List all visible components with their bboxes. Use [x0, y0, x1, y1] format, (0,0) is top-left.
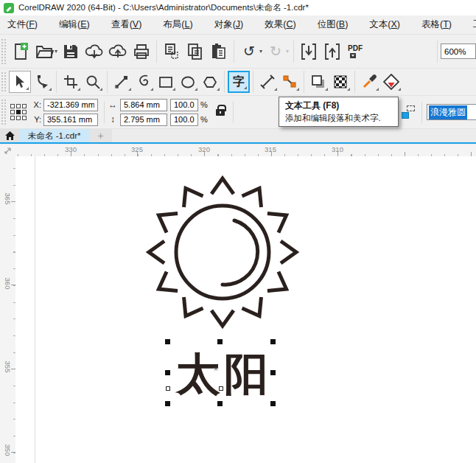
- selection-center-mark[interactable]: ×: [214, 365, 218, 373]
- menu-layout[interactable]: 布局(L): [163, 16, 192, 33]
- object-height-field[interactable]: [120, 114, 167, 126]
- ellipse-tool[interactable]: [177, 71, 199, 93]
- export-button[interactable]: [321, 39, 344, 64]
- plus-icon: +: [97, 130, 103, 142]
- crop-tool[interactable]: [60, 71, 82, 93]
- menu-edit[interactable]: 编辑(E): [59, 16, 90, 33]
- pick-tool[interactable]: [9, 71, 31, 93]
- toolbar-separator: [234, 41, 234, 63]
- glyph-node[interactable]: [219, 386, 223, 391]
- font-list-combo[interactable]: 浪漫雅圆: [427, 104, 476, 120]
- horizontal-ruler[interactable]: 330 325 320 315 310: [15, 145, 476, 156]
- connector-tool[interactable]: [279, 71, 301, 93]
- polygon-tool[interactable]: [199, 71, 221, 93]
- copy-button[interactable]: [183, 39, 207, 64]
- color-eyedropper-tool[interactable]: [358, 71, 380, 93]
- ruler-origin-corner[interactable]: [0, 145, 15, 156]
- freehand-tool[interactable]: [111, 71, 133, 93]
- tooltip-body: 添加和编辑段落和美术字.: [285, 113, 392, 124]
- cloud-upload-button[interactable]: [106, 39, 130, 64]
- menu-text[interactable]: 文本(X): [369, 16, 400, 33]
- menu-file[interactable]: 文件(F): [7, 16, 38, 33]
- interactive-fill-tool[interactable]: [380, 71, 402, 93]
- zoom-tool[interactable]: [82, 71, 104, 93]
- document-tab-active[interactable]: 未命名 -1.cdr*: [19, 129, 90, 142]
- hruler-label: 325: [131, 145, 143, 153]
- menu-object[interactable]: 对象(J): [214, 16, 244, 33]
- vertical-ruler[interactable]: 365 360 355 350: [0, 156, 15, 463]
- dimension-tool[interactable]: [256, 71, 279, 93]
- hruler-label: 310: [332, 145, 343, 153]
- toolbox-separator: [107, 71, 108, 93]
- vruler-label: 355: [4, 361, 12, 374]
- selection-handle-e[interactable]: [270, 370, 276, 375]
- selection-handle-ne[interactable]: [270, 339, 276, 344]
- object-height-icon: ↕: [108, 114, 118, 125]
- cloud-download-button[interactable]: [83, 39, 106, 64]
- flyout-arrow: [150, 88, 153, 91]
- wrap-text-icon[interactable]: [402, 105, 415, 119]
- drop-shadow-tool[interactable]: [307, 71, 329, 93]
- menu-bitmap[interactable]: 位图(B): [318, 16, 349, 33]
- y-position-field[interactable]: [43, 114, 98, 126]
- redo-icon: ↻: [270, 43, 281, 60]
- toolbox-grip[interactable]: [1, 72, 7, 93]
- publish-to-pdf-button[interactable]: PDF: [344, 39, 368, 64]
- scale-vertical-field[interactable]: [170, 114, 198, 126]
- shape-tool[interactable]: [31, 71, 53, 93]
- home-icon: [5, 131, 15, 140]
- lock-ratio-button[interactable]: [213, 102, 228, 122]
- drawing-canvas[interactable]: 太阳 ×: [15, 156, 476, 463]
- new-document-button[interactable]: [9, 39, 32, 64]
- new-document-tab-button[interactable]: +: [90, 129, 112, 142]
- import-button[interactable]: [297, 39, 321, 64]
- tooltip-title: 文本工具 (F8): [285, 100, 392, 112]
- scale-horizontal-field[interactable]: [170, 99, 198, 111]
- sun-inner-arc: [223, 220, 258, 285]
- menu-view[interactable]: 查看(V): [111, 16, 142, 33]
- cut-button[interactable]: [160, 39, 183, 64]
- selection-handle-nw[interactable]: [165, 339, 170, 344]
- menu-effects[interactable]: 效果(C): [265, 16, 295, 33]
- selection-handle-se[interactable]: [270, 401, 276, 406]
- selection-handle-sw[interactable]: [165, 401, 170, 406]
- x-position-field[interactable]: [43, 99, 98, 111]
- transparency-tool[interactable]: [329, 71, 351, 93]
- selection-handle-s[interactable]: [217, 401, 223, 406]
- flyout-arrow: [99, 88, 102, 91]
- menu-table[interactable]: 表格(T): [421, 16, 452, 33]
- toolbox-separator: [304, 71, 304, 93]
- propbar-grip[interactable]: [1, 99, 7, 125]
- y-position-label: Y:: [31, 115, 41, 124]
- flyout-arrow: [398, 88, 401, 91]
- menu-tools[interactable]: 工具(O): [473, 16, 476, 33]
- sun-rays: [149, 178, 296, 326]
- propbar-separator: [421, 102, 422, 124]
- object-width-field[interactable]: [120, 99, 167, 111]
- paste-button[interactable]: [207, 39, 231, 64]
- selection-handle-w[interactable]: [165, 370, 170, 375]
- undo-button[interactable]: ↺: [237, 39, 261, 64]
- redo-button[interactable]: ↻: [264, 39, 287, 64]
- toolbar-separator: [293, 41, 294, 63]
- flyout-arrow: [77, 88, 80, 91]
- undo-icon: ↺: [243, 43, 255, 60]
- selection-handle-n[interactable]: [217, 339, 223, 344]
- toolbox-separator: [224, 71, 225, 93]
- sun-artwork[interactable]: [15, 156, 476, 463]
- zoom-level-combo[interactable]: [441, 43, 476, 59]
- artwork-text-object[interactable]: 太阳: [170, 342, 278, 407]
- title-bar: CorelDRAW 2020 (64-Bit) - C:\Users\Admin…: [0, 0, 476, 15]
- welcome-home-button[interactable]: [0, 129, 19, 142]
- toolbox-separator: [56, 71, 57, 93]
- artistic-media-tool[interactable]: [133, 71, 155, 93]
- save-button[interactable]: [59, 39, 83, 64]
- object-width-icon: ↔: [108, 100, 118, 110]
- glyph-node[interactable]: [166, 386, 170, 391]
- print-button[interactable]: [130, 39, 153, 64]
- object-origin-selector[interactable]: [10, 104, 27, 120]
- toolbar-grip[interactable]: [1, 38, 7, 65]
- text-tool[interactable]: 字: [228, 71, 250, 93]
- open-document-button[interactable]: [32, 39, 56, 64]
- rectangle-tool[interactable]: [155, 71, 177, 93]
